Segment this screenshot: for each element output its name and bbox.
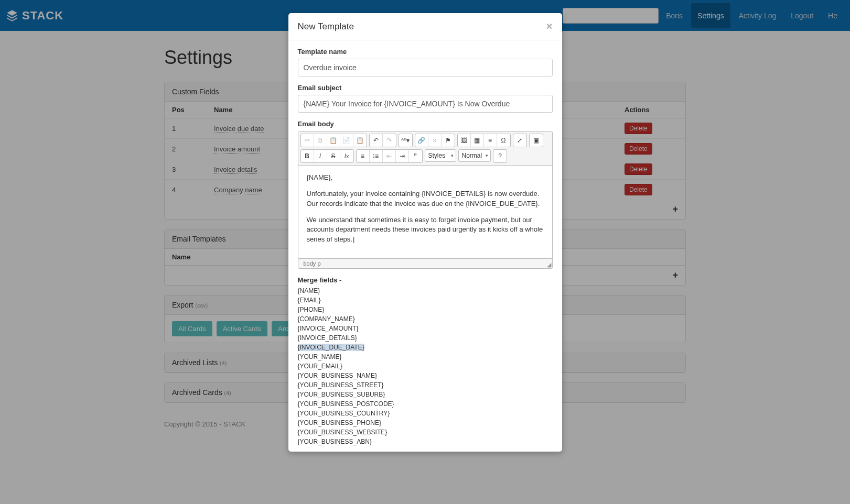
anchor-icon[interactable]: ⚑: [442, 134, 455, 147]
image-icon[interactable]: 🖼: [458, 134, 471, 147]
specialchar-icon[interactable]: Ω: [497, 134, 510, 147]
italic-icon[interactable]: I: [314, 150, 327, 162]
merge-field[interactable]: {YOUR_BUSINESS_POSTCODE}: [298, 399, 553, 409]
template-name-input[interactable]: [298, 59, 553, 76]
modal-title: New Template: [298, 21, 546, 32]
merge-field[interactable]: {YOUR_BUSINESS_PHONE}: [298, 418, 553, 428]
hr-icon[interactable]: ≡: [484, 134, 497, 147]
merge-field[interactable]: {COMPANY_NAME}: [298, 314, 553, 324]
unlink-icon[interactable]: ⤫: [428, 134, 442, 147]
strike-icon[interactable]: S: [327, 150, 340, 162]
email-body-label: Email body: [298, 120, 553, 128]
merge-field[interactable]: {INVOICE_DUE_DATE}: [298, 343, 553, 352]
spellcheck-icon[interactable]: ᴬᴮ▾: [399, 134, 412, 147]
merge-field[interactable]: {INVOICE_DETAILS}: [298, 333, 553, 343]
cut-icon[interactable]: ✂: [301, 134, 314, 147]
editor-line: {NAME},: [307, 173, 544, 183]
merge-field[interactable]: {YOUR_BUSINESS_NAME}: [298, 371, 553, 380]
styles-select[interactable]: Styles: [425, 149, 456, 162]
editor-path: body p ◢: [298, 258, 552, 268]
new-template-modal: New Template × Template name Email subje…: [288, 13, 562, 436]
merge-field[interactable]: {YOUR_BUSINESS_WEBSITE}: [298, 428, 553, 436]
merge-field[interactable]: {YOUR_EMAIL}: [298, 361, 553, 371]
source-icon[interactable]: ▣: [530, 134, 543, 147]
editor-line: Unfortunately, your invoice containing {…: [307, 189, 544, 209]
merge-fields-title: Merge fields -: [298, 276, 553, 284]
merge-field[interactable]: {YOUR_BUSINESS_SUBURB}: [298, 390, 553, 399]
format-select[interactable]: Normal: [458, 149, 491, 162]
table-icon[interactable]: ▦: [471, 134, 484, 147]
template-name-label: Template name: [298, 48, 553, 56]
editor-line: We understand that sometimes it is easy …: [307, 215, 544, 245]
email-subject-input[interactable]: [298, 95, 553, 113]
paste-word-icon[interactable]: 📋: [353, 134, 367, 147]
merge-field[interactable]: {INVOICE_AMOUNT}: [298, 324, 553, 333]
email-subject-label: Email subject: [298, 84, 553, 92]
removeformat-icon[interactable]: Ix: [340, 150, 353, 162]
link-icon[interactable]: 🔗: [415, 134, 428, 147]
merge-field[interactable]: {YOUR_BUSINESS_STREET}: [298, 380, 553, 390]
bulleted-list-icon[interactable]: ⁝≡: [370, 150, 383, 162]
merge-field[interactable]: {EMAIL}: [298, 295, 553, 305]
blockquote-icon[interactable]: ”: [409, 150, 422, 162]
rich-editor: ✂ ⧉ 📋 📄 📋 ↶ ↷ ᴬᴮ▾ 🔗 ⤫ ⚑: [298, 131, 553, 269]
merge-fields-list: {NAME}{EMAIL}{PHONE}{COMPANY_NAME}{INVOI…: [298, 286, 553, 436]
merge-field[interactable]: {YOUR_BUSINESS_COUNTRY}: [298, 409, 553, 418]
merge-field[interactable]: {PHONE}: [298, 305, 553, 314]
merge-field[interactable]: {NAME}: [298, 286, 553, 295]
merge-field[interactable]: {YOUR_NAME}: [298, 352, 553, 361]
maximize-icon[interactable]: ⤢: [513, 134, 526, 147]
close-icon[interactable]: ×: [546, 20, 553, 32]
paste-icon[interactable]: 📋: [327, 134, 340, 147]
help-icon[interactable]: ?: [493, 150, 507, 162]
redo-icon[interactable]: ↷: [383, 134, 396, 147]
resize-handle-icon[interactable]: ◢: [547, 261, 551, 268]
editor-body[interactable]: {NAME}, Unfortunately, your invoice cont…: [298, 166, 552, 258]
editor-toolbar: ✂ ⧉ 📋 📄 📋 ↶ ↷ ᴬᴮ▾ 🔗 ⤫ ⚑: [298, 132, 552, 166]
numbered-list-icon[interactable]: ≡: [357, 150, 370, 162]
bold-icon[interactable]: B: [301, 150, 314, 162]
copy-icon[interactable]: ⧉: [314, 134, 327, 147]
indent-icon[interactable]: ⇥: [396, 150, 409, 162]
paste-text-icon[interactable]: 📄: [340, 134, 353, 147]
undo-icon[interactable]: ↶: [370, 134, 383, 147]
outdent-icon[interactable]: ⇤: [383, 150, 396, 162]
